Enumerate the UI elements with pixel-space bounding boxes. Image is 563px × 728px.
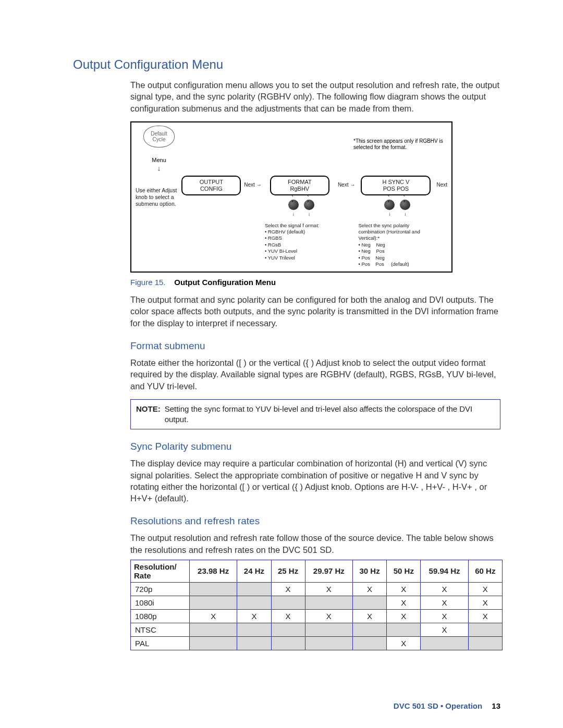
footer-doc-title: DVC 501 SD • Operation: [394, 701, 482, 710]
table-col-header: 50 Hz: [387, 560, 421, 582]
screen-format: FORMAT RgBHV: [270, 176, 329, 195]
table-row: 1080iXXX: [131, 596, 503, 609]
table-row: 720pXXXXXX: [131, 582, 503, 596]
table-cell: X: [387, 596, 421, 609]
table-cell: X: [468, 596, 502, 609]
screen-output-config-line1: OUTPUT: [200, 179, 223, 186]
screen-output-config: OUTPUT CONFIG: [181, 176, 241, 195]
table-cell: X: [271, 609, 305, 623]
table-cell: X: [305, 582, 352, 596]
table-col-header: 29.97 Hz: [305, 560, 352, 582]
next-label-3: Next: [436, 182, 447, 188]
table-cell: X: [353, 609, 387, 623]
table-cell: X: [421, 596, 468, 609]
format-submenu-paragraph: Rotate either the horizontal ([ ) or the…: [73, 357, 500, 392]
flow-diagram-frame: Default Cycle Menu *This screen appears …: [130, 121, 452, 273]
table-cell: [271, 636, 305, 650]
menu-label: Menu: [152, 157, 166, 163]
sync-options-lines: • Neg Neg • Neg Pos • Pos Neg • Pos Pos …: [358, 242, 436, 267]
default-cycle-line1: Default: [151, 131, 167, 137]
table-cell: [305, 596, 352, 609]
table-cell: [468, 623, 502, 636]
table-cell: [190, 596, 237, 609]
table-cell: X: [468, 609, 502, 623]
table-cell: [468, 636, 502, 650]
table-cell: [237, 596, 271, 609]
table-cell: X: [237, 609, 271, 623]
table-header-row: Resolution/ Rate 23.98 Hz 24 Hz 25 Hz 29…: [131, 560, 503, 582]
table-cell: [237, 582, 271, 596]
table-row-name: 1080p: [131, 609, 190, 623]
table-cell: X: [387, 609, 421, 623]
figure-caption: Figure 15. Output Configuration Menu: [73, 278, 500, 287]
table-head-rowlabel: Resolution/ Rate: [131, 560, 190, 582]
screen-sync-line2: POS POS: [383, 186, 409, 192]
format-submenu-heading: Format submenu: [73, 340, 500, 352]
table-cell: [271, 596, 305, 609]
table-cell: [353, 636, 387, 650]
table-cell: [421, 636, 468, 650]
table-cell: X: [421, 609, 468, 623]
knob-icon: [400, 200, 410, 210]
table-cell: [271, 623, 305, 636]
sync-options-list: Select the sync polarity combination (Ho…: [358, 223, 436, 267]
screen-output-config-line2: CONFIG: [200, 186, 223, 192]
table-cell: X: [271, 582, 305, 596]
sync-polarity-paragraph: The display device may require a particu…: [73, 458, 500, 504]
next-label-1: Next: [244, 182, 262, 188]
format-options-title: Select the signal f ormat:: [265, 223, 320, 228]
table-row-name: PAL: [131, 636, 190, 650]
figure-number: Figure 15.: [130, 278, 166, 287]
footer-page-number: 13: [492, 701, 500, 710]
table-row-name: 1080i: [131, 596, 190, 609]
table-row: NTSCX: [131, 623, 503, 636]
sync-options-title: Select the sync polarity combination (Ho…: [358, 223, 420, 241]
main-heading: Output Configuration Menu: [73, 57, 500, 72]
table-cell: [305, 636, 352, 650]
table-cell: X: [305, 609, 352, 623]
page: Output Configuration Menu The output con…: [0, 0, 563, 728]
table-row: 1080pXXXXXXXX: [131, 609, 503, 623]
table-cell: X: [190, 609, 237, 623]
arrow-down-icon: [157, 164, 161, 172]
table-cell: X: [421, 623, 468, 636]
table-col-header: 25 Hz: [271, 560, 305, 582]
table-cell: X: [421, 582, 468, 596]
table-cell: [353, 596, 387, 609]
table-cell: [190, 636, 237, 650]
intro-paragraph: The output configuration menu allows you…: [73, 79, 500, 114]
screen-sync-line1: H SYNC V: [382, 179, 409, 186]
diagram-top-note: *This screen appears only if RGBHV is se…: [353, 138, 447, 151]
knob-icon: [384, 200, 395, 210]
note-text: Setting the sync format to YUV bi-level …: [165, 404, 495, 425]
screen-format-line1: FORMAT: [288, 179, 312, 186]
note-box: NOTE: Setting the sync format to YUV bi-…: [130, 399, 500, 430]
table-cell: X: [353, 582, 387, 596]
table-cell: X: [468, 582, 502, 596]
table-cell: [237, 636, 271, 650]
table-row-name: NTSC: [131, 623, 190, 636]
next-label-2: Next: [338, 182, 356, 188]
table-col-header: 59.94 Hz: [421, 560, 468, 582]
resolutions-heading: Resolutions and refresh rates: [73, 515, 500, 527]
resolution-rate-table: Resolution/ Rate 23.98 Hz 24 Hz 25 Hz 29…: [130, 560, 503, 650]
knob-icon: [304, 200, 314, 210]
default-cycle-node: Default Cycle: [143, 126, 175, 147]
figure-title: Output Configuration Menu: [174, 278, 276, 287]
table-cell: X: [387, 582, 421, 596]
sync-polarity-heading: Sync Polarity submenu: [73, 441, 500, 452]
screen-sync-polarity: H SYNC V POS POS: [361, 176, 431, 195]
adjust-knob-note: Use either Adjust knob to select a subme…: [136, 176, 179, 207]
page-footer: DVC 501 SD • Operation 13: [394, 701, 500, 710]
table-cell: [387, 623, 421, 636]
table-cell: [190, 582, 237, 596]
output-config-diagram: Default Cycle Menu *This screen appears …: [130, 121, 500, 273]
table-cell: X: [387, 636, 421, 650]
resolutions-paragraph: The output resolution and refresh rate f…: [73, 532, 500, 556]
table-cell: [237, 623, 271, 636]
table-col-header: 30 Hz: [353, 560, 387, 582]
default-cycle-line2: Cycle: [152, 137, 165, 142]
after-figure-paragraph: The output format and sync polarity can …: [73, 294, 500, 329]
table-row: PALX: [131, 636, 503, 650]
table-col-header: 23.98 Hz: [190, 560, 237, 582]
